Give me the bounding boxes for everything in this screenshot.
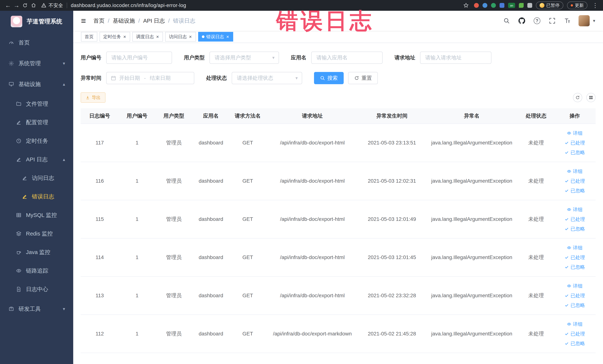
mark-processed-link[interactable]: 已处理 xyxy=(555,214,595,224)
cell-user-type: 管理员 xyxy=(155,162,192,200)
sidebar-item-infrastructure[interactable]: 基础设施▴ xyxy=(0,74,73,94)
active-tab-dot xyxy=(202,35,204,38)
extension-icon[interactable] xyxy=(483,3,487,8)
reset-button[interactable]: 重置 xyxy=(348,72,378,84)
mark-processed-link[interactable]: 已处理 xyxy=(555,329,595,339)
sidebar-item-redis-monitor[interactable]: Redis 监控 xyxy=(0,224,73,243)
sidebar-item-error-log[interactable]: 错误日志 xyxy=(0,187,73,206)
github-icon[interactable] xyxy=(518,17,526,25)
cell-status: 未处理 xyxy=(518,315,554,353)
mark-processed-link[interactable]: 已处理 xyxy=(555,138,595,148)
app-logo[interactable]: 芋道管理系统 xyxy=(0,11,73,32)
browser-menu-icon[interactable]: ⋮ xyxy=(591,2,599,9)
sidebar-item-mysql-monitor[interactable]: MySQL 监控 xyxy=(0,206,73,224)
check-icon xyxy=(564,141,569,145)
tab-schedule-log[interactable]: 调度日志× xyxy=(132,32,163,42)
process-status-select[interactable]: 请选择处理状态 ▾ xyxy=(232,72,302,84)
export-button[interactable]: 导出 xyxy=(81,92,105,103)
sidebar-item-api-logs[interactable]: API 日志▴ xyxy=(0,150,73,169)
breadcrumb-item[interactable]: 基础设施 xyxy=(113,17,135,25)
tab-access-log[interactable]: 访问日志× xyxy=(165,32,196,42)
breadcrumb-item[interactable]: 首页 xyxy=(93,17,104,25)
check-icon xyxy=(564,341,569,346)
eye-icon xyxy=(567,246,571,250)
bookmark-star-icon[interactable] xyxy=(462,1,470,10)
sidebar-item-log-center[interactable]: 日志中心 xyxy=(0,280,73,299)
font-size-icon[interactable] xyxy=(563,17,571,25)
hamburger-icon[interactable]: ≡ xyxy=(81,16,86,25)
avatar[interactable] xyxy=(579,15,590,26)
mark-ignored-link[interactable]: 已忽略 xyxy=(555,224,595,234)
mark-ignored-link[interactable]: 已忽略 xyxy=(555,262,595,272)
sidebar-item-home[interactable]: 首页 xyxy=(0,32,73,53)
detail-link[interactable]: 详细 xyxy=(555,243,595,253)
detail-link[interactable]: 详细 xyxy=(555,281,595,291)
extension-icon[interactable] xyxy=(474,3,479,8)
extensions-puzzle-icon[interactable] xyxy=(527,3,532,8)
tab-home[interactable]: 首页 xyxy=(81,32,97,42)
user-id-input[interactable] xyxy=(106,52,172,64)
forward-icon[interactable]: → xyxy=(12,1,21,10)
sidebar-menu: 首页系统管理▾基础设施▴文件管理配置管理定时任务API 日志▴访问日志错误日志M… xyxy=(0,32,73,319)
close-icon[interactable]: × xyxy=(123,34,127,39)
sidebar-item-access-log[interactable]: 访问日志 xyxy=(0,169,73,187)
user-type-select[interactable]: 请选择用户类型 ▾ xyxy=(209,52,279,64)
breadcrumb-item[interactable]: API 日志 xyxy=(143,17,165,25)
detail-link[interactable]: 详细 xyxy=(555,166,595,176)
sidebar-item-file-management[interactable]: 文件管理 xyxy=(0,94,73,113)
sidebar-item-scheduled-tasks[interactable]: 定时任务 xyxy=(0,132,73,150)
doc-icon xyxy=(16,286,22,293)
address-url[interactable]: dashboard.yudao.iocoder.cn/infra/log/api… xyxy=(71,3,186,8)
refresh-table-button[interactable] xyxy=(573,93,582,102)
help-icon[interactable]: ? xyxy=(533,17,541,25)
close-icon[interactable]: × xyxy=(156,34,159,39)
tab-error-log[interactable]: 错误日志× xyxy=(198,32,233,42)
mark-ignored-link[interactable]: 已忽略 xyxy=(555,339,595,348)
back-icon[interactable]: ← xyxy=(4,1,12,10)
detail-link[interactable]: 详细 xyxy=(555,205,595,214)
sidebar-item-system-management[interactable]: 系统管理▾ xyxy=(0,53,73,74)
mark-processed-link[interactable]: 已处理 xyxy=(555,291,595,300)
close-icon[interactable]: × xyxy=(226,34,230,39)
home-icon[interactable] xyxy=(29,1,38,10)
chevron-up-icon: ▴ xyxy=(63,82,65,87)
mark-ignored-link[interactable]: 已忽略 xyxy=(555,186,595,195)
action-label: 详细 xyxy=(573,245,582,251)
paused-button[interactable]: 已暂停 xyxy=(536,1,563,9)
extension-icon[interactable] xyxy=(499,3,504,8)
cell-exception: java.lang.IllegalArgumentException xyxy=(425,315,518,353)
folder-icon xyxy=(16,101,22,107)
tab-scheduled-tasks[interactable]: 定时任务× xyxy=(100,32,130,42)
detail-link[interactable]: 详细 xyxy=(555,319,595,329)
extension-icon[interactable] xyxy=(491,3,496,8)
security-chip[interactable]: 不安全 xyxy=(41,2,63,9)
chevron-down-icon[interactable]: ▾ xyxy=(593,18,595,23)
sidebar-item-config-management[interactable]: 配置管理 xyxy=(0,113,73,132)
sidebar-item-label: 研发工具 xyxy=(19,305,41,313)
detail-link[interactable]: 详细 xyxy=(555,128,595,138)
divider xyxy=(67,3,67,8)
sidebar-item-dev-tools[interactable]: 研发工具▾ xyxy=(0,299,73,319)
update-button[interactable]: 更新 xyxy=(567,1,587,9)
fullscreen-icon[interactable] xyxy=(548,17,556,25)
reload-icon[interactable] xyxy=(21,1,29,10)
paused-label: 已暂停 xyxy=(546,2,560,8)
column-settings-button[interactable] xyxy=(586,93,596,102)
search-icon[interactable] xyxy=(502,17,511,25)
mark-processed-link[interactable]: 已处理 xyxy=(555,176,595,186)
mark-ignored-link[interactable]: 已忽略 xyxy=(555,148,595,157)
cell-log-id: 114 xyxy=(81,238,119,276)
sidebar-item-tracing[interactable]: 链路追踪 xyxy=(0,261,73,280)
mark-processed-link[interactable]: 已处理 xyxy=(555,253,595,262)
mark-ignored-link[interactable]: 已忽略 xyxy=(555,300,595,310)
app-name-input[interactable] xyxy=(311,52,383,64)
cell-method: GET xyxy=(230,162,266,200)
date-range-picker[interactable]: 开始日期 - 结束日期 xyxy=(106,72,194,84)
search-button[interactable]: 搜索 xyxy=(314,72,344,84)
sidebar-item-java-monitor[interactable]: Java 监控 xyxy=(0,243,73,261)
close-icon[interactable]: × xyxy=(188,34,192,39)
cell-user-type: 管理员 xyxy=(155,238,192,276)
extension-icon[interactable]: on xyxy=(508,3,515,8)
request-url-input[interactable] xyxy=(420,52,491,64)
extension-icon[interactable] xyxy=(519,3,524,8)
